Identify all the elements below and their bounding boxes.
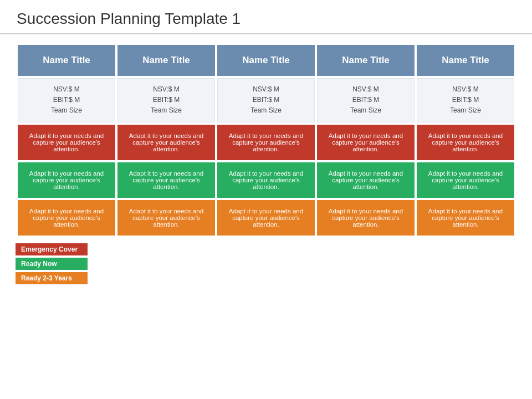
legend-section: Emergency Cover Ready Now Ready 2-3 Year… — [0, 243, 532, 284]
info-ebit-4: EBIT:$ M — [321, 95, 411, 105]
info-cell-4: NSV:$ M EBIT:$ M Team Size — [317, 78, 415, 122]
legend-ready-now: Ready Now — [16, 258, 88, 270]
info-cell-5: NSV:$ M EBIT:$ M Team Size — [417, 78, 514, 122]
info-nsv-4: NSV:$ M — [321, 84, 411, 95]
green-cell-5: Adapt it to your needs and capture your … — [417, 162, 514, 198]
red-row: Adapt it to your needs and capture your … — [18, 125, 514, 160]
info-ebit-3: EBIT:$ M — [221, 95, 311, 105]
header-row: Name Title Name Title Name Title Name Ti… — [18, 45, 514, 76]
info-cell-2: NSV:$ M EBIT:$ M Team Size — [117, 78, 215, 122]
red-cell-1: Adapt it to your needs and capture your … — [18, 125, 115, 160]
red-cell-3: Adapt it to your needs and capture your … — [217, 125, 315, 160]
col-header-2: Name Title — [117, 45, 215, 76]
info-nsv-2: NSV:$ M — [121, 84, 211, 95]
info-team-1: Team Size — [22, 105, 111, 116]
info-nsv-3: NSV:$ M — [221, 84, 311, 95]
col-header-1: Name Title — [18, 45, 115, 76]
col-header-4: Name Title — [317, 45, 415, 76]
green-cell-1: Adapt it to your needs and capture your … — [18, 162, 115, 198]
orange-row: Adapt it to your needs and capture your … — [18, 200, 514, 236]
orange-cell-3: Adapt it to your needs and capture your … — [217, 200, 315, 236]
info-cell-3: NSV:$ M EBIT:$ M Team Size — [217, 78, 315, 122]
info-ebit-5: EBIT:$ M — [421, 95, 510, 105]
succession-grid: Name Title Name Title Name Title Name Ti… — [16, 43, 516, 238]
info-ebit-2: EBIT:$ M — [121, 95, 211, 105]
info-row: NSV:$ M EBIT:$ M Team Size NSV:$ M EBIT:… — [18, 78, 514, 122]
info-team-5: Team Size — [421, 105, 510, 116]
green-row: Adapt it to your needs and capture your … — [18, 162, 514, 198]
main-content: Name Title Name Title Name Title Name Ti… — [0, 43, 532, 238]
orange-cell-2: Adapt it to your needs and capture your … — [117, 200, 215, 236]
info-team-4: Team Size — [321, 105, 411, 116]
legend-emergency-label: Emergency Cover — [21, 245, 78, 253]
header: Succession Planning Template 1 — [0, 0, 532, 34]
col-header-3: Name Title — [217, 45, 315, 76]
info-team-2: Team Size — [121, 105, 211, 116]
info-team-3: Team Size — [221, 105, 311, 116]
legend-ready-2-3-label: Ready 2-3 Years — [21, 274, 72, 282]
red-cell-2: Adapt it to your needs and capture your … — [117, 125, 215, 160]
info-ebit-1: EBIT:$ M — [22, 95, 111, 105]
legend-ready-2-3: Ready 2-3 Years — [16, 272, 88, 284]
orange-cell-1: Adapt it to your needs and capture your … — [18, 200, 115, 236]
info-nsv-5: NSV:$ M — [421, 84, 510, 95]
red-cell-4: Adapt it to your needs and capture your … — [317, 125, 415, 160]
col-header-5: Name Title — [417, 45, 514, 76]
green-cell-3: Adapt it to your needs and capture your … — [217, 162, 315, 198]
orange-cell-5: Adapt it to your needs and capture your … — [417, 200, 514, 236]
info-nsv-1: NSV:$ M — [22, 84, 111, 95]
legend-emergency: Emergency Cover — [16, 243, 88, 255]
legend-ready-now-label: Ready Now — [21, 260, 57, 268]
page-title: Succession Planning Template 1 — [17, 10, 515, 28]
info-cell-1: NSV:$ M EBIT:$ M Team Size — [18, 78, 115, 122]
green-cell-4: Adapt it to your needs and capture your … — [317, 162, 415, 198]
red-cell-5: Adapt it to your needs and capture your … — [417, 125, 514, 160]
green-cell-2: Adapt it to your needs and capture your … — [117, 162, 215, 198]
orange-cell-4: Adapt it to your needs and capture your … — [317, 200, 415, 236]
page-container: Succession Planning Template 1 Name Titl… — [0, 0, 532, 399]
